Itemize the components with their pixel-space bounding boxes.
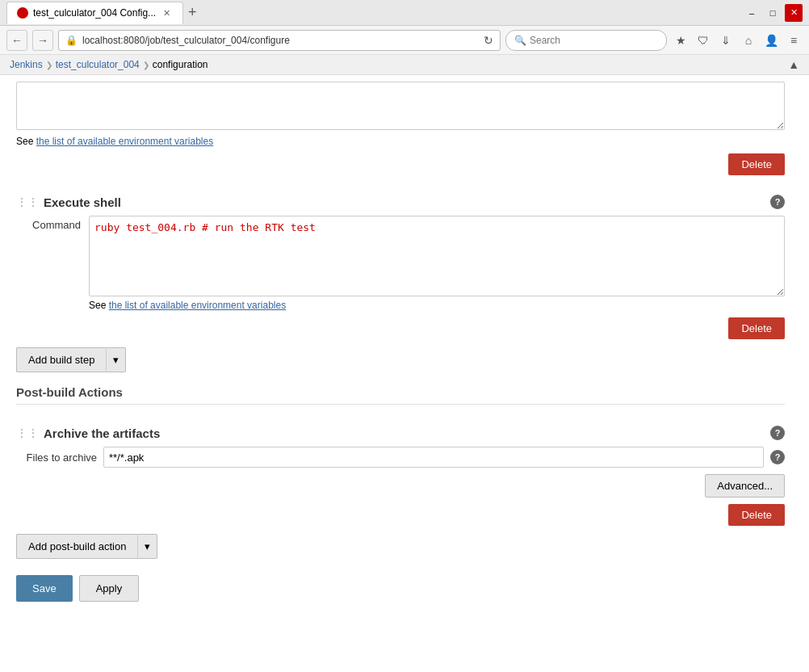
tab-bar: test_culculator_004 Config... ✕ + bbox=[6, 0, 743, 25]
top-textarea[interactable] bbox=[16, 82, 785, 130]
search-bar[interactable]: 🔍 bbox=[505, 30, 667, 51]
tab-favicon bbox=[17, 7, 28, 19]
window-controls: – □ ✕ bbox=[743, 4, 803, 22]
files-label: Files to archive bbox=[16, 452, 97, 464]
post-build-title: Post-build Actions bbox=[16, 385, 785, 405]
add-post-build-container: Add post-build action ▾ bbox=[16, 534, 785, 559]
download-icon[interactable]: ⇓ bbox=[717, 32, 735, 49]
breadcrumb-jenkins[interactable]: Jenkins bbox=[10, 59, 43, 70]
minimize-button[interactable]: – bbox=[743, 4, 761, 22]
action-buttons: Save Apply bbox=[16, 575, 785, 618]
files-input[interactable] bbox=[103, 447, 764, 468]
tab-title: test_culculator_004 Config... bbox=[33, 7, 156, 19]
breadcrumb-collapse-icon[interactable]: ▲ bbox=[788, 58, 799, 71]
archive-help-icon[interactable]: ? bbox=[770, 426, 785, 440]
back-button[interactable]: ← bbox=[6, 30, 27, 51]
execute-shell-header: ⋮⋮ Execute shell ? bbox=[16, 183, 785, 209]
delete-btn-row-top: Delete bbox=[16, 153, 785, 175]
archive-delete-row: Delete bbox=[16, 504, 785, 526]
archive-delete-button[interactable]: Delete bbox=[728, 504, 785, 526]
main-content: See the list of available environment va… bbox=[0, 75, 809, 671]
archive-drag-icon: ⋮⋮ bbox=[16, 426, 39, 439]
address-text: localhost:8080/job/test_culculator_004/c… bbox=[82, 35, 479, 46]
content-area: See the list of available environment va… bbox=[0, 82, 809, 634]
refresh-button[interactable]: ↻ bbox=[484, 34, 493, 47]
close-button[interactable]: ✕ bbox=[785, 4, 803, 22]
command-textarea[interactable]: ruby test_004.rb # run the RTK test bbox=[89, 216, 785, 296]
command-label: Command bbox=[16, 216, 81, 231]
save-button[interactable]: Save bbox=[16, 575, 73, 602]
drag-icon: ⋮⋮ bbox=[16, 195, 39, 208]
breadcrumb-sep-2: ❯ bbox=[143, 61, 149, 69]
advanced-row: Advanced... bbox=[16, 474, 785, 498]
env-link-row-top: See the list of available environment va… bbox=[16, 136, 785, 147]
execute-shell-title: Execute shell bbox=[44, 195, 121, 209]
active-tab[interactable]: test_culculator_004 Config... ✕ bbox=[6, 2, 183, 24]
breadcrumb-sep-1: ❯ bbox=[46, 61, 52, 69]
maximize-button[interactable]: □ bbox=[764, 4, 782, 22]
execute-shell-help-icon[interactable]: ? bbox=[770, 195, 785, 209]
title-bar: test_culculator_004 Config... ✕ + – □ ✕ bbox=[0, 0, 809, 26]
breadcrumb-job[interactable]: test_culculator_004 bbox=[56, 59, 140, 70]
add-build-step-arrow[interactable]: ▾ bbox=[106, 347, 126, 372]
advanced-button[interactable]: Advanced... bbox=[705, 474, 785, 498]
add-post-build-button[interactable]: Add post-build action bbox=[16, 534, 137, 559]
add-post-build-arrow[interactable]: ▾ bbox=[137, 534, 157, 559]
add-build-step-container: Add build step ▾ bbox=[16, 347, 785, 372]
breadcrumb-config: configuration bbox=[153, 59, 208, 70]
new-tab-button[interactable]: + bbox=[188, 4, 197, 21]
shield-icon[interactable]: 🛡 bbox=[694, 32, 712, 49]
apply-button[interactable]: Apply bbox=[79, 575, 140, 602]
forward-button[interactable]: → bbox=[32, 30, 53, 51]
env-link-row-bottom: See the list of available environment va… bbox=[89, 300, 785, 311]
files-row: Files to archive ? bbox=[16, 447, 785, 468]
archive-title: Archive the artifacts bbox=[44, 426, 160, 440]
env-link-prefix-2: See bbox=[89, 300, 109, 311]
env-link-bottom[interactable]: the list of available environment variab… bbox=[109, 300, 286, 311]
search-input[interactable] bbox=[530, 35, 658, 46]
top-textarea-container bbox=[16, 82, 785, 132]
add-build-step-button[interactable]: Add build step bbox=[16, 347, 106, 372]
env-link-top[interactable]: the list of available environment variab… bbox=[36, 136, 213, 147]
command-row: Command ruby test_004.rb # run the RTK t… bbox=[16, 216, 785, 296]
nav-icons: ★ 🛡 ⇓ ⌂ 👤 ≡ bbox=[672, 32, 803, 49]
files-help-icon[interactable]: ? bbox=[770, 450, 785, 464]
delete-button-top[interactable]: Delete bbox=[728, 153, 785, 175]
delete-button-bottom[interactable]: Delete bbox=[728, 317, 785, 339]
home-icon[interactable]: ⌂ bbox=[740, 32, 757, 49]
nav-bar: ← → 🔒 localhost:8080/job/test_culculator… bbox=[0, 26, 809, 55]
archive-header: ⋮⋮ Archive the artifacts ? bbox=[16, 414, 785, 440]
star-icon[interactable]: ★ bbox=[672, 32, 690, 49]
menu-icon[interactable]: ≡ bbox=[785, 32, 803, 49]
user-icon[interactable]: 👤 bbox=[762, 32, 780, 49]
breadcrumb: Jenkins ❯ test_culculator_004 ❯ configur… bbox=[0, 55, 809, 75]
tab-close-button[interactable]: ✕ bbox=[161, 7, 173, 19]
archive-section: ⋮⋮ Archive the artifacts ? Files to arch… bbox=[16, 414, 785, 526]
address-bar: 🔒 localhost:8080/job/test_culculator_004… bbox=[58, 30, 501, 51]
delete-btn-row-bottom: Delete bbox=[16, 317, 785, 339]
env-link-prefix: See bbox=[16, 136, 36, 147]
